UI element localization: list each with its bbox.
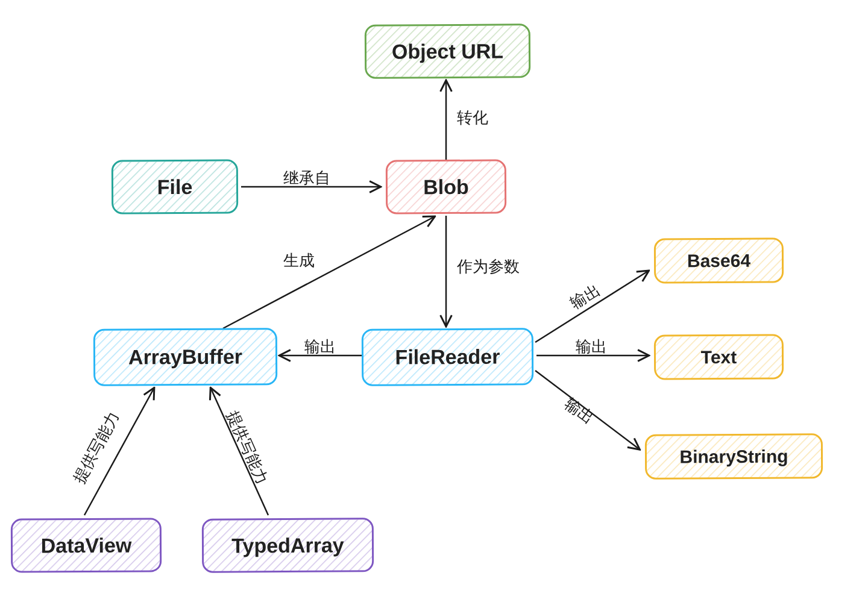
node-filereader-label: FileReader (383, 345, 512, 369)
node-objecturl-label: Object URL (380, 39, 515, 63)
edge-file-blob-label: 继承自 (283, 168, 330, 189)
edge-filereader-binarystring-label: 输出 (561, 393, 599, 429)
node-arraybuffer: ArrayBuffer (93, 328, 277, 386)
node-typedarray: TypedArray (202, 518, 374, 572)
node-base64-label: Base64 (675, 250, 763, 271)
edge-blob-filereader-label: 作为参数 (457, 256, 520, 277)
node-file-label: File (145, 175, 205, 199)
node-objecturl: Object URL (365, 23, 530, 78)
edge-typedarray-arraybuffer-label: 提供写能力 (222, 407, 273, 487)
node-binarystring: BinaryString (645, 433, 823, 480)
node-base64: Base64 (654, 237, 784, 283)
node-filereader: FileReader (362, 328, 533, 386)
node-text: Text (654, 334, 784, 380)
edge-dataview-arraybuffer-label: 提供写能力 (69, 408, 124, 487)
node-text-label: Text (689, 346, 749, 368)
node-blob: Blob (386, 159, 506, 214)
node-typedarray-label: TypedArray (219, 533, 356, 557)
node-file: File (112, 159, 238, 214)
edge-filereader-text-label: 输出 (576, 336, 607, 357)
edge-arraybuffer-blob-label: 生成 (283, 250, 315, 271)
node-dataview: DataView (11, 518, 162, 572)
node-blob-label: Blob (411, 175, 481, 199)
node-binarystring-label: BinaryString (667, 446, 800, 467)
edge-filereader-arraybuffer-label: 输出 (304, 336, 336, 357)
node-arraybuffer-label: ArrayBuffer (116, 345, 254, 369)
edge-blob-objecturl-label: 转化 (457, 107, 488, 128)
edge-filereader-base64-label: 输出 (567, 280, 605, 314)
node-dataview-label: DataView (29, 533, 144, 557)
diagram-canvas: { "nodes": { "objecturl": { "label": "Ob… (0, 0, 868, 614)
